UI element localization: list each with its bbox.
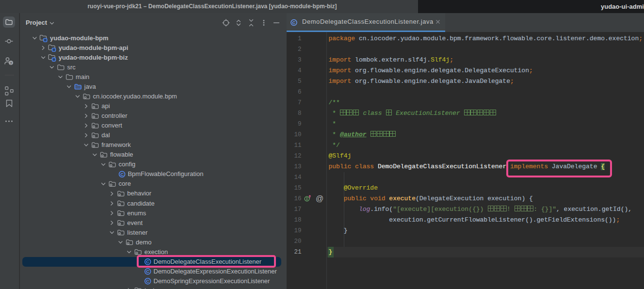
svg-text:C: C — [120, 172, 124, 177]
svg-text:@: @ — [316, 194, 323, 203]
svg-text:C: C — [146, 278, 149, 284]
svg-text:C: C — [292, 20, 296, 25]
svg-text:C: C — [146, 269, 149, 274]
